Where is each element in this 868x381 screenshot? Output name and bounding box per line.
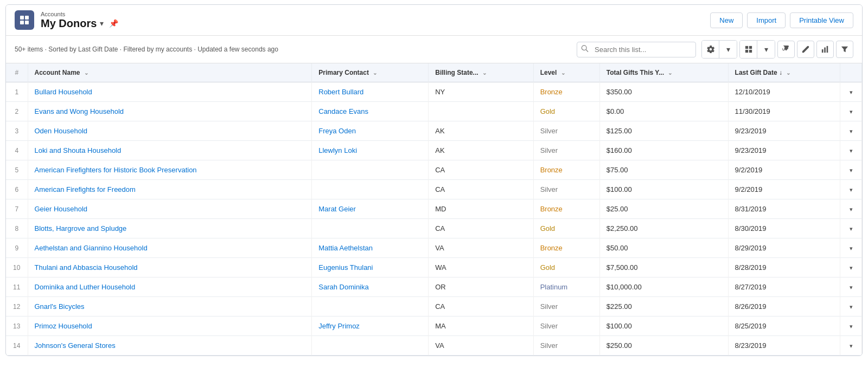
row-dropdown-btn[interactable]: ▾ (850, 245, 853, 251)
account-name-link[interactable]: Geier Household (35, 205, 88, 213)
account-name-link[interactable]: Gnarl's Bicycles (35, 302, 85, 311)
level-link[interactable]: Bronze (540, 244, 563, 252)
row-dropdown-btn[interactable]: ▾ (850, 167, 853, 173)
pin-icon[interactable]: 📌 (109, 19, 118, 28)
account-name-link[interactable]: Loki and Shouta Household (35, 146, 122, 154)
row-dropdown-btn[interactable]: ▾ (850, 108, 853, 115)
row-dropdown-btn[interactable]: ▾ (850, 284, 853, 290)
account-name-link[interactable]: Aethelstan and Giannino Household (35, 244, 148, 252)
import-button[interactable]: Import (747, 12, 786, 28)
header-title-group: Accounts My Donors ▾ 📌 (41, 11, 118, 30)
row-dropdown-btn[interactable]: ▾ (850, 303, 853, 310)
account-name-link[interactable]: Oden Household (35, 127, 88, 135)
last-gift-date-cell: 8/26/2019 (728, 297, 840, 317)
settings-dropdown-icon[interactable]: ▾ (719, 41, 737, 58)
last-gift-date-cell: 9/2/2019 (728, 180, 840, 199)
search-input[interactable] (577, 42, 696, 57)
primary-contact-link[interactable]: Robert Bullard (318, 88, 363, 96)
row-num: 12 (6, 297, 28, 317)
row-action-cell: ▾ (840, 317, 862, 336)
account-name-link[interactable]: Blotts, Hargrove and Spludge (35, 224, 127, 233)
refresh-icon-btn[interactable] (777, 41, 795, 58)
row-dropdown-btn[interactable]: ▾ (850, 323, 853, 330)
col-primary-contact: Primary Contact ⌄ (312, 63, 429, 82)
col-last-gift-date-sort[interactable]: ⌄ (786, 70, 790, 76)
billing-state-cell: AK (429, 141, 533, 160)
col-billing-state-sort[interactable]: ⌄ (482, 70, 487, 76)
row-num: 3 (6, 121, 28, 141)
row-dropdown-btn[interactable]: ▾ (850, 343, 853, 349)
level-link[interactable]: Gold (540, 224, 555, 233)
col-total-gifts-sort[interactable]: ⌄ (668, 70, 672, 76)
level-link[interactable]: Platinum (540, 283, 568, 291)
level-link[interactable]: Silver (540, 146, 558, 154)
primary-contact-link[interactable]: Freya Oden (318, 127, 356, 135)
table-view-icon-btn[interactable] (740, 41, 757, 58)
account-name-link[interactable]: Primoz Household (35, 322, 92, 330)
last-gift-date-cell: 8/31/2019 (728, 199, 840, 219)
title-dropdown-icon[interactable]: ▾ (100, 19, 104, 28)
level-link[interactable]: Silver (540, 127, 558, 135)
level-link[interactable]: Gold (540, 263, 555, 272)
row-num: 2 (6, 102, 28, 121)
level-cell: Gold (533, 258, 599, 277)
col-primary-contact-sort[interactable]: ⌄ (373, 70, 377, 76)
level-link[interactable]: Silver (540, 185, 558, 193)
primary-contact-link[interactable]: Mattia Aethelstan (318, 244, 373, 252)
table-row: 2 Evans and Wong Household Candace Evans… (6, 102, 862, 121)
last-gift-date-cell: 8/28/2019 (728, 258, 840, 277)
level-link[interactable]: Silver (540, 302, 558, 311)
col-last-gift-date-resize[interactable] (838, 63, 840, 82)
row-dropdown-btn[interactable]: ▾ (850, 147, 853, 154)
account-name-link[interactable]: Johnson's General Stores (35, 341, 116, 350)
primary-contact-link[interactable]: Candace Evans (318, 107, 368, 115)
primary-contact-link[interactable]: Jeffry Primoz (318, 322, 360, 330)
row-dropdown-btn[interactable]: ▾ (850, 89, 853, 95)
col-account-name-sort[interactable]: ⌄ (84, 70, 88, 76)
account-name-link[interactable]: American Firefighters for Historic Book … (35, 166, 197, 174)
primary-contact-link[interactable]: Eugenius Thulani (318, 263, 373, 272)
row-num: 8 (6, 219, 28, 238)
row-dropdown-btn[interactable]: ▾ (850, 186, 853, 193)
table-row: 12 Gnarl's Bicycles CA Silver $225.00 8/… (6, 297, 862, 317)
col-primary-contact-resize[interactable] (426, 63, 428, 82)
col-level-resize[interactable] (597, 63, 599, 82)
settings-icon-btn[interactable] (702, 41, 719, 58)
primary-contact-link[interactable]: Marat Geier (318, 205, 356, 213)
chart-icon-btn[interactable] (816, 41, 834, 58)
primary-contact-link[interactable]: Llewlyn Loki (318, 146, 357, 154)
col-level-sort[interactable]: ⌄ (561, 70, 565, 76)
header-left: Accounts My Donors ▾ 📌 (15, 10, 710, 30)
level-link[interactable]: Bronze (540, 166, 563, 174)
total-gifts-cell: $75.00 (599, 160, 728, 180)
total-gifts-cell: $25.00 (599, 199, 728, 219)
row-dropdown-btn[interactable]: ▾ (850, 206, 853, 212)
row-dropdown-btn[interactable]: ▾ (850, 225, 853, 232)
account-name-link[interactable]: Dominika and Luther Household (35, 283, 136, 291)
edit-icon-btn[interactable] (797, 41, 814, 58)
level-link[interactable]: Bronze (540, 88, 563, 96)
level-link[interactable]: Gold (540, 107, 555, 115)
account-name-link[interactable]: American Firefights for Freedom (35, 185, 136, 193)
new-button[interactable]: New (710, 12, 743, 28)
col-account-name-resize[interactable] (309, 63, 311, 82)
total-gifts-cell: $160.00 (599, 141, 728, 160)
level-link[interactable]: Silver (540, 341, 558, 350)
row-dropdown-btn[interactable]: ▾ (850, 128, 853, 134)
col-total-gifts-resize[interactable] (726, 63, 728, 82)
level-link[interactable]: Bronze (540, 205, 563, 213)
row-dropdown-btn[interactable]: ▾ (850, 264, 853, 271)
level-cell: Silver (533, 121, 599, 141)
col-billing-state-resize[interactable] (531, 63, 533, 82)
primary-contact-cell: Freya Oden (312, 121, 429, 141)
view-dropdown-icon[interactable]: ▾ (757, 41, 775, 58)
account-name-link[interactable]: Evans and Wong Household (35, 107, 124, 115)
primary-contact-link[interactable]: Sarah Dominika (318, 283, 369, 291)
row-action-cell: ▾ (840, 121, 862, 141)
table-row: 11 Dominika and Luther Household Sarah D… (6, 277, 862, 297)
filter-icon-btn[interactable] (836, 41, 853, 58)
printable-view-button[interactable]: Printable View (790, 12, 853, 28)
account-name-link[interactable]: Thulani and Abbascia Household (35, 263, 138, 272)
account-name-link[interactable]: Bullard Household (35, 88, 92, 96)
level-link[interactable]: Silver (540, 322, 558, 330)
